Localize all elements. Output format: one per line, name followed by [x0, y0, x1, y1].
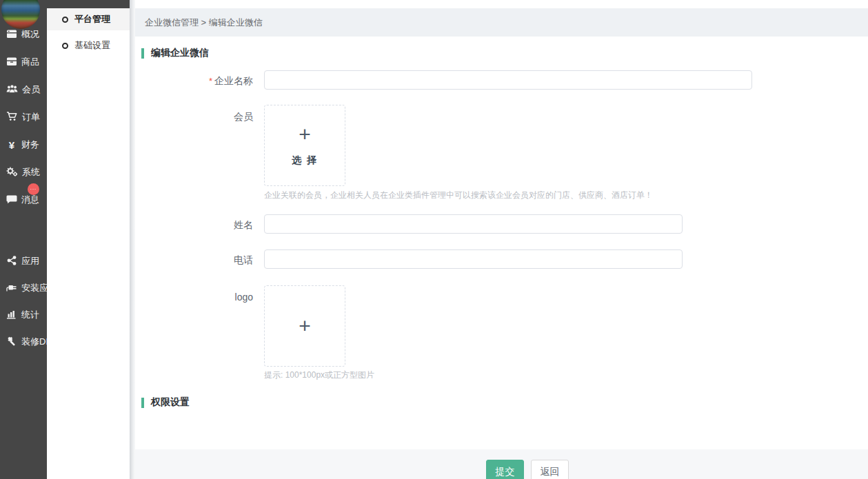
choose-label: 选 择	[292, 154, 318, 167]
plus-icon: +	[299, 316, 311, 336]
submenu-dark-cap	[47, 0, 130, 8]
yuan-icon: ¥	[6, 139, 17, 151]
name-input[interactable]	[264, 214, 683, 234]
users-icon	[6, 83, 18, 96]
bar-chart-icon	[6, 309, 17, 322]
cart-icon	[6, 111, 18, 124]
app-window: 概况 商品 会员 订单 ¥ 财务 系统 消息 ... 应用	[0, 0, 868, 479]
sidebar-item-label: 商品	[21, 56, 39, 68]
sidebar-item-label: 应用	[21, 255, 39, 267]
sidebar-item-messages[interactable]: 消息	[6, 193, 39, 207]
share-nodes-icon	[6, 255, 17, 268]
back-button[interactable]: 返回	[531, 460, 569, 479]
avatar[interactable]	[1, 0, 40, 29]
sidebar-item-apps[interactable]: 应用	[6, 254, 39, 268]
message-badge: ...	[28, 183, 39, 195]
required-asterisk: *	[209, 76, 212, 86]
section-title-text: 编辑企业微信	[151, 47, 209, 59]
form-footer: 提交 返回	[135, 449, 868, 479]
sidebar-item-label: 订单	[22, 111, 40, 123]
member-hint: 企业关联的会员，企业相关人员在企业类插件管理中可以搜索该企业会员对应的门店、供应…	[264, 190, 653, 201]
member-label: 会员	[135, 111, 253, 123]
sidebar-item-orders[interactable]: 订单	[6, 110, 40, 124]
gavel-icon	[6, 336, 17, 349]
section-accent-bar	[141, 48, 144, 59]
sidebar-item-overview[interactable]: 概况	[6, 28, 39, 41]
logo-upload-box[interactable]: +	[264, 285, 345, 367]
logo-label: logo	[135, 292, 253, 303]
name-label: 姓名	[135, 219, 253, 232]
plug-icon	[6, 282, 17, 295]
section-accent-bar	[141, 398, 144, 408]
main-sidebar: 概况 商品 会员 订单 ¥ 财务 系统 消息 ... 应用	[0, 0, 47, 479]
gears-icon	[6, 166, 18, 179]
sidebar-item-label: 会员	[22, 83, 40, 96]
sidebar-item-system[interactable]: 系统	[6, 165, 40, 179]
sidebar-item-members[interactable]: 会员	[6, 83, 40, 96]
overview-icon	[6, 28, 17, 41]
member-select-box[interactable]: + 选 择	[264, 105, 345, 186]
submit-button[interactable]: 提交	[486, 460, 524, 479]
main-content: 企业微信管理 > 编辑企业微信 编辑企业微信 *企业名称 会员 + 选 择 企业…	[135, 0, 868, 479]
sidebar-item-label: 消息	[21, 194, 39, 206]
circle-icon	[62, 43, 68, 49]
section-title-text: 权限设置	[151, 396, 190, 409]
submenu-item-platform-management[interactable]: 平台管理	[47, 8, 130, 30]
submenu-item-label: 平台管理	[74, 13, 110, 26]
section-edit-wechat: 编辑企业微信	[141, 47, 209, 59]
submenu-item-label: 基础设置	[74, 39, 110, 52]
sidebar-item-label: 统计	[21, 309, 39, 321]
breadcrumb-text: 企业微信管理 > 编辑企业微信	[145, 17, 263, 29]
phone-label: 电话	[135, 254, 253, 267]
sidebar-item-statistics[interactable]: 统计	[6, 308, 39, 322]
sidebar-item-label: 概况	[21, 28, 39, 41]
phone-input[interactable]	[264, 249, 683, 269]
breadcrumb: 企业微信管理 > 编辑企业微信	[135, 8, 868, 37]
form-card: 编辑企业微信 *企业名称 会员 + 选 择 企业关联的会员，企业相关人员在企业类…	[135, 37, 868, 449]
submenu-item-basic-settings[interactable]: 基础设置	[47, 34, 130, 57]
comment-icon	[6, 194, 17, 207]
company-name-input[interactable]	[264, 70, 752, 90]
sidebar-item-label: 系统	[22, 166, 40, 179]
sidebar-item-goods[interactable]: 商品	[6, 55, 39, 69]
logo-hint: 提示: 100*100px或正方型图片	[264, 369, 374, 381]
sidebar-item-finance[interactable]: ¥ 财务	[6, 138, 39, 152]
plus-icon: +	[299, 124, 311, 145]
section-permission-settings: 权限设置	[141, 396, 190, 409]
sidebar-item-label: 财务	[21, 139, 39, 151]
sub-sidebar: 平台管理 基础设置	[47, 0, 130, 479]
sidebar-divider	[130, 0, 135, 479]
circle-icon	[62, 17, 68, 23]
company-name-label: *企业名称	[135, 75, 253, 88]
goods-icon	[6, 56, 17, 69]
